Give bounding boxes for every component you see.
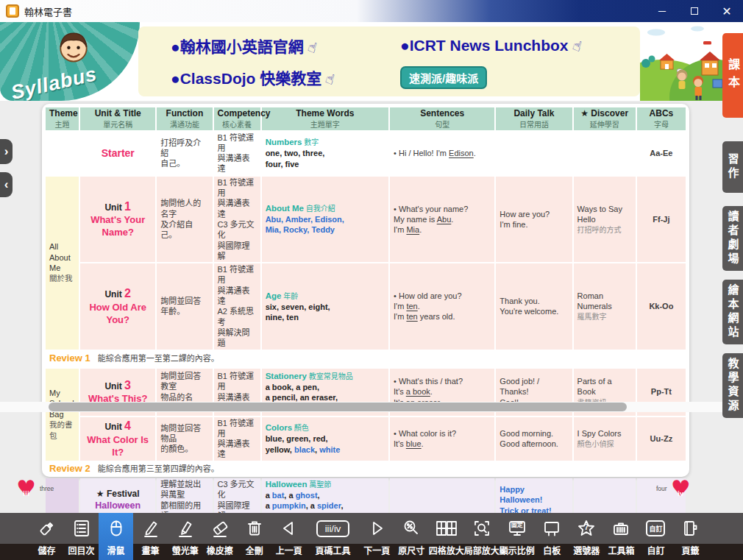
pointer-hand-icon: ☝ [570, 36, 583, 54]
cell-unit-title: Unit 4What Color Is It? [80, 417, 155, 461]
cell-daily-talk: How are you? I'm fine. [496, 177, 572, 262]
four-grid-icon [436, 519, 458, 538]
app-title: 翰林電子書 [24, 4, 72, 18]
quick-test-button[interactable]: 速測派/趣味派 [400, 66, 487, 89]
cell-theme-my-school-bag: My School Bag我的書包 [46, 369, 79, 461]
panel-toggle-open[interactable]: › [0, 139, 13, 164]
toolbar-four-grid-zoom[interactable]: 四格放大 [429, 513, 464, 560]
cell-discover: Roman Numerals羅馬數字 [574, 263, 636, 349]
cell-theme-empty [46, 132, 79, 175]
review1-label: Review 1 [49, 352, 90, 364]
horizontal-scrollbar-thumb[interactable] [49, 403, 627, 411]
tab-workbook[interactable]: 習作 [722, 141, 743, 193]
trash-icon [245, 519, 264, 538]
cell-function: 詢問並回答物品 的顏色。 [157, 417, 212, 461]
cell-theme-words: Colors 顏色blue, green, red,yellow, black,… [262, 417, 388, 461]
heart-icon: ♥iv [671, 478, 691, 499]
row-unit1: All About Me關於我 Unit 1What's Your Name? … [46, 177, 686, 262]
bottom-toolbar: 儲存 回目次 滑鼠 畫筆 螢光筆 橡皮擦 全刪 [0, 513, 743, 560]
col-header-theme-words: Theme Words主題單字 [262, 107, 388, 130]
row-unit4: Unit 4What Color Is It? 詢問並回答物品 的顏色。 B1 … [46, 417, 686, 461]
toolbar-toolbox[interactable]: 工具箱 [604, 513, 639, 560]
cell-theme-all-about-me: All About Me關於我 [46, 177, 79, 350]
cell-competency: B1 符號運用 與溝通表達 C3 多元文化 與國際理解 [214, 177, 260, 262]
book-tab-icon [680, 519, 700, 538]
tab-picture-book-site[interactable]: 繪本網站 [722, 280, 743, 344]
toolbar-page-number-tool[interactable]: iii/iv 頁碼工具 [306, 513, 360, 560]
page-number-right: four ♥iv [656, 478, 691, 499]
row-review2: Review 2能綜合應用第三至第四課的內容。 [46, 462, 686, 477]
cell-competency: B1 符號運用 與溝通表達 [214, 417, 260, 461]
cell-discover: Ways to Say Hello打招呼的方式 [574, 177, 636, 262]
boy-face-icon [53, 25, 94, 66]
horizontal-scrollbar-track[interactable] [0, 402, 743, 412]
toolbar-mouse[interactable]: 滑鼠 [99, 513, 133, 560]
row-starter: Starter 打招呼及介紹 自己。 B1 符號運用 與溝通表達 Numbers… [46, 132, 686, 175]
toolbar-save[interactable]: 儲存 [29, 513, 64, 560]
cell-abcs: Aa-Ee [637, 132, 686, 175]
page-indicator: iii/iv [316, 520, 350, 537]
cell-discover: I Spy Colors顏色小偵探 [574, 417, 636, 461]
cell-unit-title: Unit 1What's Your Name? [80, 177, 155, 262]
banner-links-panel: ●翰林國小英語官網☝ ●ICRT News Lunchbox☝ ●ClassDo… [138, 26, 640, 96]
mouse-icon [107, 519, 126, 538]
toolbar-number-picker[interactable]: 7 選號器 [569, 513, 604, 560]
tab-readers-theater[interactable]: 讀者劇場 [722, 206, 743, 271]
cell-abcs: Kk-Oo [637, 263, 686, 349]
usb-save-icon [38, 519, 57, 538]
toolbar-delete-all[interactable]: 全刪 [237, 513, 271, 560]
toc-list-icon [72, 519, 91, 538]
col-header-unit-title: Unit & Title單元名稱 [80, 107, 155, 130]
toolbar-eraser[interactable]: 橡皮擦 [202, 513, 237, 560]
landscape-illustration [640, 22, 724, 101]
zoom-reset-icon [402, 519, 421, 538]
toolbar-pen[interactable]: 畫筆 [133, 513, 168, 560]
cell-function: 詢問他人的名字 及介紹自己。 [157, 177, 212, 262]
tab-teaching-resources[interactable]: 教學資源 [722, 353, 743, 418]
link-hanlin-english-site[interactable]: ●翰林國小英語官網☝ [171, 35, 400, 57]
syllabus-logo: Syllabus [0, 22, 140, 101]
close-button[interactable]: ✕ [711, 0, 743, 22]
maximize-button[interactable] [678, 0, 711, 22]
link-classdojo[interactable]: ●ClassDojo 快樂教室☝ [171, 66, 400, 88]
cell-function: 打招呼及介紹 自己。 [157, 132, 212, 175]
star-number: 7 [569, 523, 604, 531]
custom-box-icon: 自訂 [646, 520, 665, 536]
cell-daily-talk [496, 132, 572, 175]
workspace: Theme主題 Unit & Title單元名稱 Function溝通功能 Co… [0, 101, 743, 503]
toolbar-prev-page[interactable]: 上一頁 [271, 513, 306, 560]
pointer-hand-icon: ☝ [324, 70, 337, 88]
toolbar-display-ratio[interactable]: 固定 顯示比例 [500, 513, 535, 560]
link-icrt-news-lunchbox[interactable]: ●ICRT News Lunchbox☝ [400, 37, 630, 54]
toolbar-back-to-toc[interactable]: 回目次 [64, 513, 99, 560]
minimize-button[interactable]: ─ [646, 0, 678, 22]
pointer-hand-icon: ☝ [306, 38, 319, 56]
cell-sentences: • Hi / Hello! I'm Edison. [390, 132, 494, 175]
toolbox-icon [611, 519, 630, 538]
toolbar-highlighter[interactable]: 螢光筆 [168, 513, 202, 560]
cell-discover [574, 132, 636, 175]
cell-competency: B1 符號運用 與溝通表達 A2 系統思考 與解決問題 [214, 263, 260, 349]
toolbar-custom[interactable]: 自訂 自訂 [639, 513, 673, 560]
toolbar-whiteboard[interactable]: 白板 [535, 513, 569, 560]
cell-theme-words: Numbers 數字one, two, three,four, five [262, 132, 388, 175]
tab-textbook[interactable]: 課本 [722, 33, 743, 118]
cell-sentences: • How old are you?I'm ten.I'm ten years … [390, 263, 494, 349]
toolbar-original-size[interactable]: 原尺寸 [394, 513, 429, 560]
toolbar-region-zoom[interactable]: 局部放大 [464, 513, 500, 560]
triangle-right-icon [367, 519, 386, 538]
region-zoom-icon [472, 519, 491, 538]
col-header-discover: ★ Discover延伸學習 [574, 107, 636, 130]
syllabus-page: Theme主題 Unit & Title單元名稱 Function溝通功能 Co… [42, 104, 689, 477]
syllabus-table: Theme主題 Unit & Title單元名稱 Function溝通功能 Co… [44, 106, 687, 560]
panel-toggle-close[interactable]: ‹ [0, 172, 13, 197]
cell-sentences: • What's your name?My name is Abu.I'm Mi… [390, 177, 494, 262]
cell-function: 詢問並回答年齡。 [157, 263, 212, 349]
cell-unit-title: Starter [80, 132, 155, 175]
highlighter-icon [176, 519, 195, 538]
toolbar-next-page[interactable]: 下一頁 [360, 513, 394, 560]
cell-competency: B1 符號運用 與溝通表達 [214, 132, 260, 175]
app-icon [6, 4, 19, 18]
toolbar-page-tabs[interactable]: 頁籤 [673, 513, 708, 560]
cell-daily-talk: Thank you. You're welcome. [496, 263, 572, 349]
